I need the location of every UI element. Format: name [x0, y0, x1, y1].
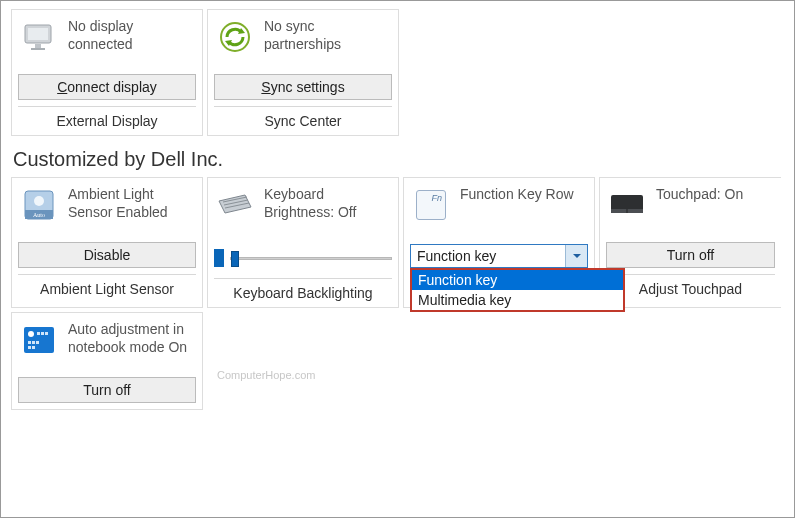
svg-rect-20 [37, 332, 40, 335]
ambient-disable-button[interactable]: Disable [18, 242, 196, 268]
tile-sync-center: No sync partnerships Sync settings Sync … [207, 9, 399, 136]
svg-rect-25 [36, 341, 39, 344]
external-display-label: External Display [18, 106, 196, 129]
function-key-status: Function Key Row [460, 186, 586, 236]
combo-option-function-key[interactable]: Function key [412, 270, 623, 290]
ambient-light-label: Ambient Light Sensor [18, 274, 196, 297]
svg-rect-3 [31, 48, 45, 50]
sync-settings-button[interactable]: Sync settings [214, 74, 392, 100]
svg-rect-18 [24, 327, 54, 353]
svg-point-4 [221, 23, 249, 51]
svg-rect-1 [28, 28, 48, 40]
sync-status: No sync partnerships [264, 18, 390, 68]
external-display-status: No display connected [68, 18, 194, 68]
svg-rect-21 [41, 332, 44, 335]
keyboard-brightness-status: Keyboard Brightness: Off [264, 186, 390, 236]
touchpad-turnoff-button[interactable]: Turn off [606, 242, 775, 268]
tile-function-key: Fn Function Key Row Function key Functio… [403, 177, 595, 308]
svg-rect-27 [32, 346, 35, 349]
svg-rect-23 [28, 341, 31, 344]
tile-external-display: No display connected Connect display Ext… [11, 9, 203, 136]
tile-keyboard-backlight: Keyboard Brightness: Off Keyboard Backli… [207, 177, 399, 308]
svg-point-19 [28, 331, 34, 337]
slider-decrease[interactable] [214, 249, 224, 267]
keyboard-icon [216, 186, 254, 224]
fn-key-icon: Fn [412, 186, 450, 224]
combo-input[interactable]: Function key [410, 244, 588, 268]
ambient-light-icon: Auto [20, 186, 58, 224]
touchpad-icon [608, 186, 646, 224]
brightness-slider[interactable] [214, 244, 392, 272]
keyboard-backlight-label: Keyboard Backlighting [214, 278, 392, 301]
slider-track[interactable] [230, 257, 392, 260]
auto-adjust-status: Auto adjustment in notebook mode On [68, 321, 194, 371]
sync-center-label: Sync Center [214, 106, 392, 129]
auto-adjust-icon [20, 321, 58, 359]
ambient-light-status: Ambient Light Sensor Enabled [68, 186, 194, 236]
connect-display-button[interactable]: Connect display [18, 74, 196, 100]
svg-rect-24 [32, 341, 35, 344]
chevron-down-icon[interactable] [565, 245, 587, 267]
sync-icon [216, 18, 254, 56]
tile-touchpad: Touchpad: On Turn off Adjust Touchpad [599, 177, 781, 308]
svg-point-9 [34, 196, 44, 206]
slider-thumb[interactable] [231, 251, 239, 267]
svg-rect-2 [35, 44, 41, 48]
combo-option-multimedia-key[interactable]: Multimedia key [412, 290, 623, 310]
auto-adjust-turnoff-button[interactable]: Turn off [18, 377, 196, 403]
touchpad-status: Touchpad: On [656, 186, 773, 236]
combo-dropdown-list: Function key Multimedia key [410, 268, 625, 312]
section-title: Customized by Dell Inc. [1, 140, 794, 173]
display-icon [20, 18, 58, 56]
combo-selected-text: Function key [411, 248, 565, 264]
function-key-combo[interactable]: Function key Function key Multimedia key [410, 244, 588, 268]
svg-rect-22 [45, 332, 48, 335]
touchpad-label: Adjust Touchpad [606, 274, 775, 297]
svg-rect-26 [28, 346, 31, 349]
tile-ambient-light: Auto Ambient Light Sensor Enabled Disabl… [11, 177, 203, 308]
tile-auto-adjustment: Auto adjustment in notebook mode On Turn… [11, 312, 203, 410]
svg-text:Auto: Auto [33, 212, 45, 218]
